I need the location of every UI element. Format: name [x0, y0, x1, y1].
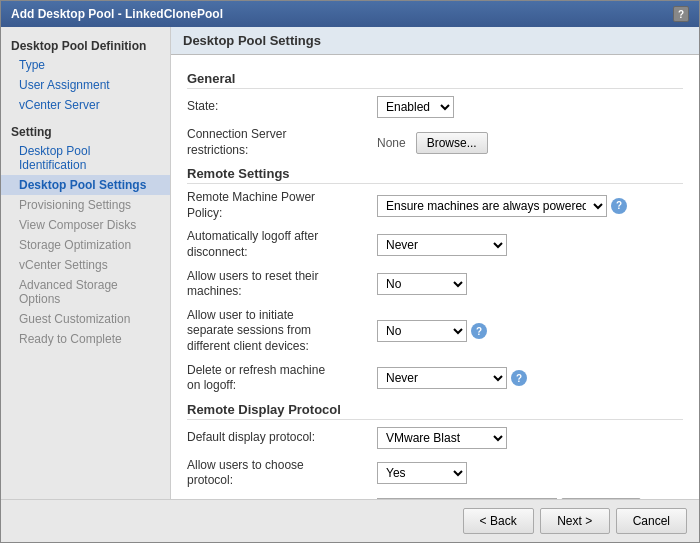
separate-sessions-select[interactable]: No Yes [377, 320, 467, 342]
power-policy-label: Remote Machine PowerPolicy: [187, 190, 377, 221]
sidebar-item-ready[interactable]: Ready to Complete [1, 329, 170, 349]
default-protocol-row: Default display protocol: VMware Blast P… [187, 426, 683, 450]
connection-server-none: None [377, 136, 406, 150]
power-policy-control: Ensure machines are always powered on Ta… [377, 195, 627, 217]
next-button[interactable]: Next > [540, 508, 610, 534]
sidebar-item-user-assignment[interactable]: User Assignment [1, 75, 170, 95]
title-bar: Add Desktop Pool - LinkedClonePool ? [1, 1, 699, 27]
allow-choose-control: Yes No [377, 462, 467, 484]
sidebar-item-vcenter-settings[interactable]: vCenter Settings [1, 255, 170, 275]
separate-sessions-control: No Yes ? [377, 320, 487, 342]
sidebar-item-vcenter-server[interactable]: vCenter Server [1, 95, 170, 115]
default-protocol-label: Default display protocol: [187, 430, 377, 446]
browse-button[interactable]: Browse... [416, 132, 488, 154]
logoff-control: Never Immediately After [377, 234, 507, 256]
logoff-row: Automatically logoff afterdisconnect: Ne… [187, 229, 683, 260]
delete-refresh-row: Delete or refresh machineon logoff: Neve… [187, 363, 683, 394]
main-panel: Desktop Pool Settings General State: Ena… [171, 27, 699, 499]
default-protocol-select[interactable]: VMware Blast PCoIP RDP [377, 427, 507, 449]
sidebar-item-storage-opt[interactable]: Storage Optimization [1, 235, 170, 255]
connection-server-control: None Browse... [377, 132, 488, 154]
remote-display-header: Remote Display Protocol [187, 402, 683, 420]
remote-settings-header: Remote Settings [187, 166, 683, 184]
reset-row: Allow users to reset theirmachines: No Y… [187, 269, 683, 300]
allow-choose-select[interactable]: Yes No [377, 462, 467, 484]
cancel-button[interactable]: Cancel [616, 508, 687, 534]
delete-refresh-control: Never Delete Refresh ? [377, 367, 527, 389]
logoff-select[interactable]: Never Immediately After [377, 234, 507, 256]
footer: < Back Next > Cancel [1, 499, 699, 542]
sidebar-item-composer-disks[interactable]: View Composer Disks [1, 215, 170, 235]
separate-sessions-row: Allow user to initiateseparate sessions … [187, 308, 683, 355]
sidebar-item-adv-storage[interactable]: Advanced Storage Options [1, 275, 170, 309]
reset-select[interactable]: No Yes [377, 273, 467, 295]
allow-choose-row: Allow users to chooseprotocol: Yes No [187, 458, 683, 489]
sidebar-item-provisioning[interactable]: Provisioning Settings [1, 195, 170, 215]
panel-title: Desktop Pool Settings [171, 27, 699, 55]
allow-choose-label: Allow users to chooseprotocol: [187, 458, 377, 489]
reset-control: No Yes [377, 273, 467, 295]
content-area: Desktop Pool Definition Type User Assign… [1, 27, 699, 499]
power-policy-select[interactable]: Ensure machines are always powered on Ta… [377, 195, 607, 217]
help-button[interactable]: ? [673, 6, 689, 22]
logoff-label: Automatically logoff afterdisconnect: [187, 229, 377, 260]
sidebar-section-pool-definition: Desktop Pool Definition [1, 35, 170, 55]
state-row: State: Enabled Disabled [187, 95, 683, 119]
separate-sessions-help-icon[interactable]: ? [471, 323, 487, 339]
delete-refresh-select[interactable]: Never Delete Refresh [377, 367, 507, 389]
panel-body: General State: Enabled Disabled Connecti… [171, 55, 699, 499]
general-section-header: General [187, 71, 683, 89]
state-select[interactable]: Enabled Disabled [377, 96, 454, 118]
sidebar-item-pool-identification[interactable]: Desktop Pool Identification [1, 141, 170, 175]
reset-label: Allow users to reset theirmachines: [187, 269, 377, 300]
delete-refresh-label: Delete or refresh machineon logoff: [187, 363, 377, 394]
power-policy-row: Remote Machine PowerPolicy: Ensure machi… [187, 190, 683, 221]
delete-refresh-help-icon[interactable]: ? [511, 370, 527, 386]
sidebar-section-setting: Setting [1, 121, 170, 141]
power-policy-help-icon[interactable]: ? [611, 198, 627, 214]
connection-server-row: Connection Serverrestrictions: None Brow… [187, 127, 683, 158]
sidebar-item-pool-settings[interactable]: Desktop Pool Settings [1, 175, 170, 195]
dialog: Add Desktop Pool - LinkedClonePool ? Des… [0, 0, 700, 543]
title-bar-buttons: ? [673, 6, 689, 22]
connection-server-label: Connection Serverrestrictions: [187, 127, 377, 158]
dialog-title: Add Desktop Pool - LinkedClonePool [11, 7, 223, 21]
default-protocol-control: VMware Blast PCoIP RDP [377, 427, 507, 449]
separate-sessions-label: Allow user to initiateseparate sessions … [187, 308, 377, 355]
state-label: State: [187, 99, 377, 115]
sidebar-item-guest-custom[interactable]: Guest Customization [1, 309, 170, 329]
state-control: Enabled Disabled [377, 96, 454, 118]
sidebar: Desktop Pool Definition Type User Assign… [1, 27, 171, 499]
back-button[interactable]: < Back [463, 508, 534, 534]
sidebar-item-type[interactable]: Type [1, 55, 170, 75]
